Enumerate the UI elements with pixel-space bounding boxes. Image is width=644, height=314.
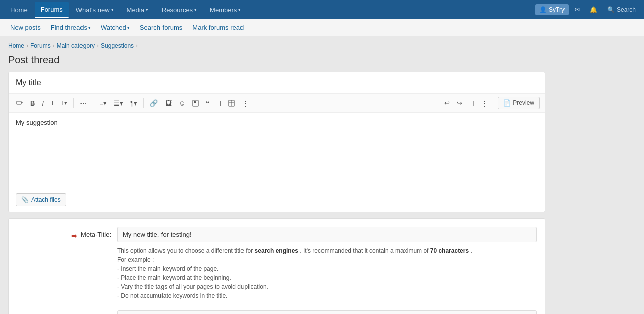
breadcrumb-current: Suggestions [101, 42, 134, 49]
nav-media[interactable]: Media ▾ [121, 2, 154, 18]
strikethrough-btn[interactable]: T [48, 98, 57, 108]
editor-toolbar: B I T T▾ ⋯ ≡▾ ☰▾ ¶▾ 🔗 🖼 ☺ ❝ [ ] ⋮ ↩ [9, 93, 545, 113]
link-btn[interactable]: 🔗 [147, 98, 160, 109]
preview-btn[interactable]: 📄 Preview [498, 97, 540, 109]
secondary-watched[interactable]: Watched ▾ [97, 21, 134, 34]
members-chevron-icon: ▾ [238, 7, 241, 12]
resources-chevron-icon: ▾ [194, 7, 197, 12]
undo-btn[interactable]: ↩ [442, 98, 452, 109]
secondary-new-posts[interactable]: New posts [6, 21, 45, 34]
quote-btn[interactable]: ❝ [203, 98, 212, 109]
meta-description-label: ➡ Meta-Description: [17, 310, 117, 314]
watched-chevron-icon: ▾ [127, 25, 130, 30]
bell-icon: 🔔 [590, 6, 597, 13]
toolbar-sep-2 [93, 98, 93, 108]
page-title: Post thread [8, 54, 545, 66]
emoji-btn[interactable]: ☺ [176, 98, 188, 109]
meta-description-content: This option allows you to choose a diffe… [117, 310, 537, 314]
username: SyTry [549, 6, 565, 13]
top-navigation: Home Forums What's new ▾ Media ▾ Resourc… [0, 0, 644, 19]
find-threads-chevron-icon: ▾ [88, 25, 91, 30]
secondary-search-forums[interactable]: Search forums [136, 21, 187, 34]
meta-section: ➡ Meta-Title: This option allows you to … [8, 218, 545, 314]
attach-files-btn[interactable]: 📎 Attach files [16, 193, 66, 206]
whatsnew-chevron-icon: ▾ [111, 7, 114, 12]
nav-resources[interactable]: Resources ▾ [155, 2, 203, 18]
eraser-btn[interactable] [14, 98, 26, 108]
image-btn[interactable]: 🖼 [163, 98, 174, 109]
media-chevron-icon: ▾ [146, 7, 148, 12]
top-nav-links: Home Forums What's new ▾ Media ▾ Resourc… [4, 2, 247, 18]
editor-body[interactable]: My suggestion [9, 113, 545, 188]
breadcrumb-home[interactable]: Home [8, 42, 24, 49]
user-menu[interactable]: 👤 SyTry [535, 4, 569, 15]
nav-home[interactable]: Home [4, 2, 34, 18]
nav-members[interactable]: Members ▾ [204, 2, 247, 18]
bracket-btn[interactable]: [ ] [467, 98, 476, 108]
editor-card: B I T T▾ ⋯ ≡▾ ☰▾ ¶▾ 🔗 🖼 ☺ ❝ [ ] ⋮ ↩ [8, 72, 545, 212]
toolbar-sep-4 [494, 98, 494, 108]
secondary-navigation: New posts Find threads ▾ Watched ▾ Searc… [0, 19, 644, 36]
breadcrumb-main-category[interactable]: Main category [57, 42, 95, 49]
code-btn[interactable]: [ ] [214, 98, 223, 108]
thread-title-input[interactable] [9, 72, 545, 93]
toolbar-sep-1 [73, 98, 74, 108]
toolbar-sep-3 [143, 98, 144, 108]
indent-btn[interactable]: ¶▾ [128, 98, 140, 109]
media-btn[interactable] [190, 98, 201, 108]
preview-icon: 📄 [503, 99, 511, 107]
secondary-find-threads[interactable]: Find threads ▾ [47, 21, 95, 34]
meta-title-row: ➡ Meta-Title: This option allows you to … [17, 227, 537, 300]
breadcrumb-forums[interactable]: Forums [30, 42, 51, 49]
main-content: Post thread B I T T▾ ⋯ ≡▾ ☰▾ ¶▾ 🔗 🖼 ☺ [0, 52, 553, 314]
nav-whatsnew[interactable]: What's new ▾ [70, 2, 120, 18]
svg-rect-3 [194, 101, 196, 103]
redo-btn[interactable]: ↪ [454, 98, 465, 109]
breadcrumb-sep-1: › [26, 42, 28, 49]
bell-button[interactable]: 🔔 [586, 4, 601, 16]
envelope-button[interactable]: ✉ [571, 4, 584, 16]
bold-btn[interactable]: B [28, 98, 37, 109]
envelope-icon: ✉ [575, 6, 580, 13]
nav-forums[interactable]: Forums [35, 2, 69, 18]
top-nav-right: 👤 SyTry ✉ 🔔 🔍 Search [535, 4, 640, 16]
list-btn[interactable]: ≡▾ [97, 98, 109, 109]
breadcrumb-sep-2: › [53, 42, 55, 49]
align-btn[interactable]: ☰▾ [111, 98, 126, 109]
italic-btn[interactable]: I [39, 98, 46, 109]
meta-description-row: ➡ Meta-Description: This option allows y… [17, 310, 537, 314]
table-btn[interactable] [226, 98, 237, 108]
meta-title-content: This option allows you to choose a diffe… [117, 227, 537, 300]
attach-section: 📎 Attach files [9, 188, 545, 212]
paperclip-icon: 📎 [21, 196, 29, 203]
breadcrumb-sep-3: › [97, 42, 99, 49]
meta-title-input[interactable] [117, 227, 537, 242]
search-button[interactable]: 🔍 Search [603, 4, 640, 16]
user-avatar-icon: 👤 [539, 6, 547, 13]
breadcrumb: Home › Forums › Main category › Suggesti… [0, 36, 644, 52]
meta-title-arrow-icon: ➡ [71, 232, 77, 240]
search-icon: 🔍 [607, 6, 615, 13]
svg-rect-0 [17, 101, 21, 104]
breadcrumb-sep-4: › [136, 42, 138, 49]
font-size-btn[interactable]: T▾ [59, 98, 70, 108]
meta-title-description: This option allows you to choose a diffe… [117, 246, 537, 300]
meta-description-input[interactable] [117, 310, 537, 314]
extra-options-btn[interactable]: ⋮ [239, 98, 251, 109]
meta-title-label: ➡ Meta-Title: [17, 227, 117, 240]
dot-menu-btn[interactable]: ⋮ [478, 98, 490, 109]
secondary-mark-read[interactable]: Mark forums read [188, 21, 248, 34]
more-btn[interactable]: ⋯ [77, 98, 89, 109]
